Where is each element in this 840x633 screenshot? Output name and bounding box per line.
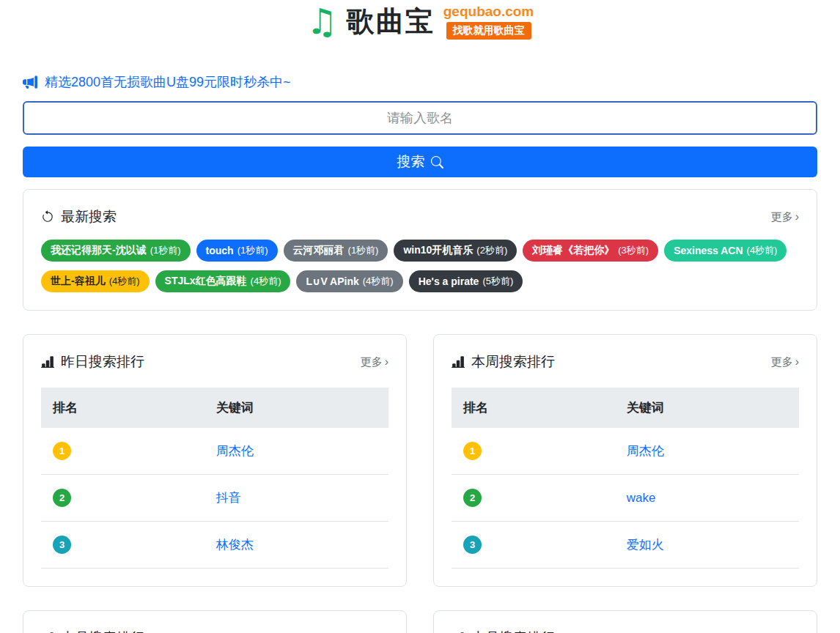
chevron-right-icon: › [385, 356, 388, 368]
recent-search-tag[interactable]: STJLx红色高跟鞋 (4秒前) [155, 270, 291, 292]
table-header-row: 排名 关键词 [452, 388, 799, 428]
tag-time: (3秒前) [618, 244, 649, 257]
rank-badge: 3 [53, 536, 71, 554]
recent-search-tag[interactable]: win10开机音乐 (2秒前) [394, 240, 517, 262]
latest-searches-card: 最新搜索 更多 › 我还记得那天-沈以诚 (1秒前) touch (1秒前) 云… [23, 189, 817, 311]
keyword-link[interactable]: wake [627, 491, 656, 505]
rank-badge: 3 [463, 536, 482, 554]
table-row: 1 周杰伦 [41, 428, 388, 475]
tag-time: (4秒前) [747, 244, 778, 257]
ranking-card-header: 昨日搜索排行 更多 › [41, 352, 388, 371]
history-icon [41, 210, 54, 223]
latest-searches-title-text: 最新搜索 [61, 207, 117, 226]
recent-search-tag[interactable]: L∪V APink (4秒前) [296, 270, 402, 292]
ranking-title-text: 上月搜索排行 [471, 629, 555, 633]
latest-more-link[interactable]: 更多 › [771, 210, 799, 224]
ranking-card-header: 上月搜索排行 更多 › [452, 629, 799, 633]
site-domain: gequbao.com [443, 4, 534, 20]
ranking-title: 本周搜索排行 [452, 352, 555, 371]
keyword-link[interactable]: 周杰伦 [216, 444, 254, 458]
table-header-row: 排名 关键词 [41, 388, 388, 428]
ranking-title-text: 本周搜索排行 [471, 352, 555, 371]
keyword-column-header: 关键词 [615, 388, 799, 428]
tag-label: STJLx红色高跟鞋 [165, 275, 247, 288]
tag-label: 我还记得那天-沈以诚 [51, 244, 147, 257]
search-input[interactable] [23, 101, 817, 135]
keyword-link[interactable]: 抖音 [216, 491, 241, 505]
tag-label: 世上-容祖儿 [51, 275, 106, 288]
ranking-title-text: 昨日搜索排行 [61, 352, 144, 371]
latest-searches-header: 最新搜索 更多 › [41, 207, 799, 226]
table-row: 3 林俊杰 [41, 522, 388, 569]
tag-time: (1秒前) [348, 244, 379, 257]
table-row: 1 周杰伦 [452, 428, 799, 475]
chevron-right-icon: › [795, 356, 799, 368]
recent-search-tag[interactable]: touch (1秒前) [196, 240, 278, 262]
tag-time: (5秒前) [482, 275, 513, 288]
rank-column-header: 排名 [41, 388, 205, 428]
table-row: 3 爱如火 [452, 522, 799, 569]
rank-badge: 1 [53, 442, 71, 460]
keyword-link[interactable]: 林俊杰 [216, 538, 254, 552]
rank-badge: 2 [463, 489, 482, 507]
search-button[interactable]: 搜索 [23, 147, 817, 177]
tag-label: He's a pirate [419, 275, 479, 287]
tag-time: (2秒前) [476, 244, 507, 257]
latest-searches-title: 最新搜索 [41, 207, 117, 226]
rank-badge: 1 [463, 442, 482, 460]
promo-text: 精选2800首无损歌曲U盘99元限时秒杀中~ [45, 73, 291, 91]
ranking-card-header: 本周搜索排行 更多 › [452, 352, 799, 371]
tag-label: L∪V APink [306, 275, 358, 287]
tag-time: (4秒前) [363, 275, 394, 288]
keyword-link[interactable]: 爱如火 [627, 538, 664, 552]
tag-label: 刘瑾睿《若把你》 [532, 244, 614, 257]
yesterday-more-link[interactable]: 更多 › [361, 355, 388, 369]
chevron-right-icon: › [795, 211, 799, 223]
search-button-label: 搜索 [397, 152, 425, 171]
ranking-card-header: 本月搜索排行 更多 › [41, 629, 388, 633]
keyword-link[interactable]: 周杰伦 [627, 444, 664, 458]
ranking-card-last-month: 上月搜索排行 更多 › 排名 关键词 [433, 610, 817, 633]
ranking-grid-top: 昨日搜索排行 更多 › 排名 关键词 1 周杰伦 [23, 322, 817, 587]
more-label: 更多 [771, 355, 793, 369]
rank-badge: 2 [53, 489, 71, 507]
ranking-card-yesterday: 昨日搜索排行 更多 › 排名 关键词 1 周杰伦 [23, 334, 407, 587]
header-brand-block: gequbao.com 找歌就用歌曲宝 [443, 1, 534, 40]
ranking-card-week: 本周搜索排行 更多 › 排名 关键词 1 周杰伦 [433, 334, 817, 587]
site-slogan: 找歌就用歌曲宝 [446, 22, 531, 40]
more-label: 更多 [771, 210, 793, 224]
page-container: ♫ 歌曲宝 gequbao.com 找歌就用歌曲宝 精选2800首无损歌曲U盘9… [23, 0, 817, 633]
week-more-link[interactable]: 更多 › [771, 355, 799, 369]
rank-column-header: 排名 [452, 388, 615, 428]
more-label: 更多 [361, 355, 383, 369]
ranking-title: 本月搜索排行 [41, 629, 144, 633]
ranking-grid-bottom: 本月搜索排行 更多 › 排名 关键词 [23, 599, 817, 633]
recent-tags-row: 我还记得那天-沈以诚 (1秒前) touch (1秒前) 云河邓丽君 (1秒前)… [41, 240, 799, 292]
recent-search-tag[interactable]: 刘瑾睿《若把你》 (3秒前) [523, 240, 658, 262]
tag-time: (1秒前) [150, 244, 181, 257]
promo-banner[interactable]: 精选2800首无损歌曲U盘99元限时秒杀中~ [23, 73, 817, 91]
recent-search-tag[interactable]: 世上-容祖儿 (4秒前) [41, 270, 150, 292]
recent-search-tag[interactable]: 云河邓丽君 (1秒前) [284, 240, 388, 262]
tag-label: Sexiness ACN [674, 245, 743, 256]
tag-label: win10开机音乐 [403, 244, 473, 257]
bar-chart-icon [41, 355, 54, 369]
ranking-title: 昨日搜索排行 [41, 352, 144, 371]
ranking-title-text: 本月搜索排行 [61, 629, 144, 633]
recent-search-tag[interactable]: 我还记得那天-沈以诚 (1秒前) [41, 240, 191, 262]
ranking-card-month: 本月搜索排行 更多 › 排名 关键词 [23, 610, 407, 633]
tag-time: (4秒前) [251, 275, 281, 288]
search-icon [431, 156, 443, 169]
bar-chart-icon [452, 355, 465, 369]
table-row: 2 wake [452, 475, 799, 522]
ranking-table-yesterday: 排名 关键词 1 周杰伦 2 抖音 3 林俊杰 [41, 388, 388, 569]
tag-time: (4秒前) [109, 275, 140, 288]
recent-search-tag[interactable]: Sexiness ACN (4秒前) [664, 240, 786, 262]
site-header: ♫ 歌曲宝 gequbao.com 找歌就用歌曲宝 [23, 0, 817, 44]
recent-search-tag[interactable]: He's a pirate (5秒前) [409, 270, 523, 292]
megaphone-icon [23, 75, 37, 89]
music-note-logo-icon: ♫ [306, 1, 338, 41]
tag-label: 云河邓丽君 [293, 244, 345, 257]
table-row: 2 抖音 [41, 475, 388, 522]
tag-time: (1秒前) [237, 244, 268, 257]
